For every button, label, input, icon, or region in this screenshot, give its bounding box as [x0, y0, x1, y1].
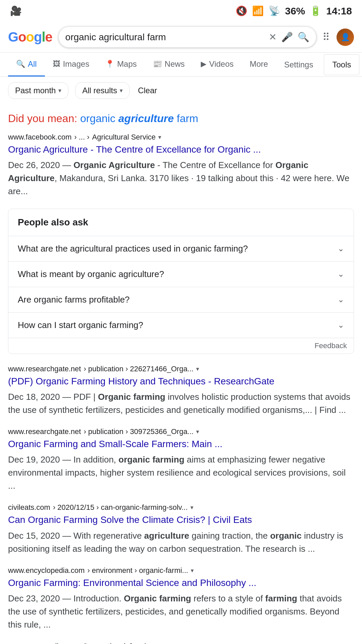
chevron-down-icon: ▾ [58, 87, 61, 94]
dropdown-arrow-icon-4[interactable]: ▾ [190, 504, 193, 511]
result-link-1[interactable]: Organic Agriculture - The Centre of Exce… [8, 143, 354, 156]
result-snippet-3: Dec 19, 2020 — In addition, organic farm… [8, 453, 354, 492]
result-item-1: Organic Agriculture - The Centre of Exce… [8, 143, 354, 198]
dropdown-arrow-icon-2[interactable]: ▾ [196, 365, 199, 373]
result-source-url-2: www.researchgate.net › publication › 226… [8, 365, 354, 373]
result-item-5: www.encyclopedia.com › environment › org… [8, 566, 354, 631]
all-results-filter-chip[interactable]: All results ▾ [75, 82, 130, 99]
result-link-3[interactable]: Organic Farming and Small-Scale Farmers:… [8, 437, 354, 450]
paa-item-3[interactable]: Are organic farms profitable? ⌄ [8, 287, 354, 313]
result-item-4: civileats.com › 2020/12/15 › can-organic… [8, 503, 354, 555]
status-bar: 🎥 🔇 📶 📡 36% 🔋 14:18 [0, 0, 362, 22]
mute-icon: 🔇 [236, 5, 247, 16]
paa-item-1[interactable]: What are the agricultural practices used… [8, 236, 354, 262]
tab-all[interactable]: 🔍 All [8, 53, 45, 76]
tab-maps[interactable]: 📍 Maps [97, 53, 145, 76]
nav-right: Settings Tools [276, 53, 360, 76]
search-results-content: Did you mean: organic agriculture farm w… [0, 104, 362, 644]
all-icon: 🔍 [16, 60, 25, 68]
search-input[interactable] [65, 32, 264, 43]
tab-news[interactable]: 📰 News [145, 53, 193, 76]
result-snippet-1: Dec 26, 2020 — Organic Agriculture - The… [8, 159, 354, 198]
paa-chevron-4: ⌄ [338, 320, 344, 330]
people-also-ask: People also ask What are the agricultura… [8, 209, 354, 354]
result-snippet-4: Dec 15, 2020 — With regenerative agricul… [8, 529, 354, 555]
did-you-mean-plain[interactable]: organic [80, 112, 115, 124]
tab-more[interactable]: More [242, 53, 276, 76]
header-right: ⠿ 👤 [322, 29, 354, 46]
did-you-mean-bold-italic[interactable]: agriculture [118, 112, 174, 124]
result-snippet-2: Dec 18, 2020 — PDF | Organic farming inv… [8, 390, 354, 417]
paa-item-2[interactable]: What is meant by organic agriculture? ⌄ [8, 262, 354, 287]
dropdown-arrow-icon-5[interactable]: ▾ [191, 567, 194, 574]
settings-tab[interactable]: Settings [276, 53, 321, 76]
mic-icon[interactable]: 🎤 [281, 32, 293, 43]
dropdown-arrow-icon[interactable]: ▾ [158, 133, 161, 141]
clock: 14:18 [326, 5, 352, 17]
time-filter-label: Past month [15, 86, 56, 95]
wifi-icon: 📶 [252, 5, 264, 16]
paa-feedback[interactable]: Feedback [8, 338, 354, 354]
result-link-5[interactable]: Organic Farming: Environmental Science a… [8, 576, 354, 589]
clear-filters-button[interactable]: Clear [138, 86, 157, 95]
dropdown-arrow-icon-3[interactable]: ▾ [196, 428, 199, 435]
result-snippet-5: Dec 23, 2020 — Introduction. Organic far… [8, 592, 354, 631]
nav-tabs: 🔍 All 🖼 Images 📍 Maps 📰 News ▶ Videos Mo… [0, 53, 362, 77]
paa-title: People also ask [8, 209, 354, 236]
search-button[interactable]: 🔍 [298, 32, 309, 43]
result-link-2[interactable]: (PDF) Organic Farming History and Techni… [8, 375, 354, 388]
camera-icon: 🎥 [10, 5, 22, 16]
result-link-4[interactable]: Can Organic Farming Solve the Climate Cr… [8, 513, 354, 526]
images-icon: 🖼 [53, 60, 60, 68]
status-icons: 🔇 📶 📡 36% 🔋 14:18 [236, 5, 352, 17]
clear-x-icon[interactable]: ✕ [269, 32, 277, 43]
paa-chevron-2: ⌄ [338, 269, 344, 279]
tools-tab[interactable]: Tools [324, 54, 359, 75]
result-source-url-5: www.encyclopedia.com › environment › org… [8, 566, 354, 575]
maps-icon: 📍 [105, 60, 114, 68]
result-item-3: www.researchgate.net › publication › 309… [8, 427, 354, 492]
result-item-6: www.appropedia.org › Conventional_farmin… [8, 642, 354, 644]
did-you-mean: Did you mean: organic agriculture farm [8, 111, 354, 126]
battery-percent: 36% [285, 5, 305, 17]
chevron-down-icon-2: ▾ [120, 87, 123, 94]
result-source-url-6: www.appropedia.org › Conventional_farmin… [8, 642, 354, 644]
paa-chevron-1: ⌄ [338, 244, 344, 253]
videos-icon: ▶ [201, 60, 206, 68]
tab-images[interactable]: 🖼 Images [45, 53, 98, 76]
filter-row: Past month ▾ All results ▾ Clear [0, 77, 362, 104]
result-source-url-4: civileats.com › 2020/12/15 › can-organic… [8, 503, 354, 512]
result-source-url-3: www.researchgate.net › publication › 309… [8, 427, 354, 436]
did-you-mean-rest[interactable]: farm [177, 112, 198, 124]
news-icon: 📰 [153, 60, 162, 68]
paa-item-4[interactable]: How can I start organic farming? ⌄ [8, 313, 354, 338]
tab-videos[interactable]: ▶ Videos [193, 53, 242, 76]
apps-grid-icon[interactable]: ⠿ [322, 31, 330, 43]
search-bar[interactable]: ✕ 🎤 🔍 [58, 26, 316, 48]
result-source-url-1: www.facebook.com › ... › Agricultural Se… [8, 133, 354, 142]
signal-icon: 📡 [268, 5, 280, 16]
all-results-label: All results [82, 86, 117, 95]
google-logo: Google [8, 30, 52, 45]
battery-icon: 🔋 [310, 5, 321, 16]
did-you-mean-label: Did you mean: [8, 112, 77, 124]
paa-chevron-3: ⌄ [338, 295, 344, 304]
avatar[interactable]: 👤 [337, 29, 354, 46]
time-filter-chip[interactable]: Past month ▾ [8, 82, 68, 99]
dropdown-arrow-icon-6[interactable]: ▾ [157, 643, 160, 644]
result-item-2: www.researchgate.net › publication › 226… [8, 365, 354, 417]
google-header: Google ✕ 🎤 🔍 ⠿ 👤 [0, 22, 362, 53]
